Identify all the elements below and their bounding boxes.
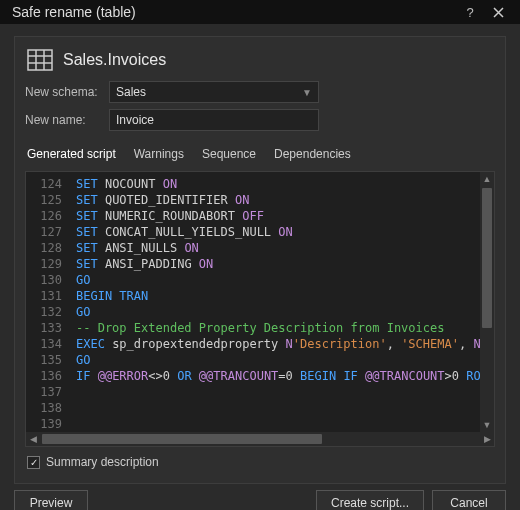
svg-rect-0 [28,50,52,70]
summary-label: Summary description [46,455,159,469]
close-icon [493,7,504,18]
name-input[interactable]: Invoice [109,109,319,131]
scroll-down-icon: ▼ [480,418,494,432]
table-icon [27,49,53,71]
new-name-label: New name: [25,113,101,127]
object-name: Sales.Invoices [63,51,166,69]
vscroll-thumb[interactable] [482,188,492,328]
tab-generated-script[interactable]: Generated script [27,147,116,165]
horizontal-scrollbar[interactable]: ◀ ▶ [26,432,494,446]
main-panel: Sales.Invoices New schema: Sales ▼ New n… [14,36,506,484]
tab-sequence[interactable]: Sequence [202,147,256,165]
preview-button[interactable]: Preview [14,490,88,510]
schema-value: Sales [116,85,146,99]
scroll-left-icon: ◀ [26,434,40,444]
dialog-title: Safe rename (table) [12,4,136,20]
vertical-scrollbar[interactable]: ▲ ▼ [480,172,494,432]
titlebar: Safe rename (table) ? [0,0,520,24]
create-script-button[interactable]: Create script... [316,490,424,510]
line-gutter: 1241251261271281291301311321331341351361… [26,172,70,432]
help-button[interactable]: ? [456,0,484,24]
code-area[interactable]: SET NOCOUNT ONSET QUOTED_IDENTIFIER ONSE… [70,172,494,432]
chevron-down-icon: ▼ [302,87,312,98]
tabs: Generated script Warnings Sequence Depen… [27,147,495,165]
scroll-right-icon: ▶ [480,434,494,444]
close-button[interactable] [484,0,512,24]
new-schema-label: New schema: [25,85,101,99]
script-editor: 1241251261271281291301311321331341351361… [25,171,495,447]
hscroll-thumb[interactable] [42,434,322,444]
tab-dependencies[interactable]: Dependencies [274,147,351,165]
cancel-button[interactable]: Cancel [432,490,506,510]
dialog-footer: Preview Create script... Cancel [0,484,520,510]
name-value: Invoice [116,113,154,127]
summary-checkbox[interactable]: ✓ [27,456,40,469]
object-header: Sales.Invoices [25,45,495,81]
tab-warnings[interactable]: Warnings [134,147,184,165]
schema-combo[interactable]: Sales ▼ [109,81,319,103]
dialog-safe-rename: Safe rename (table) ? Sales.Invoices [0,0,520,510]
scroll-up-icon: ▲ [480,172,494,186]
